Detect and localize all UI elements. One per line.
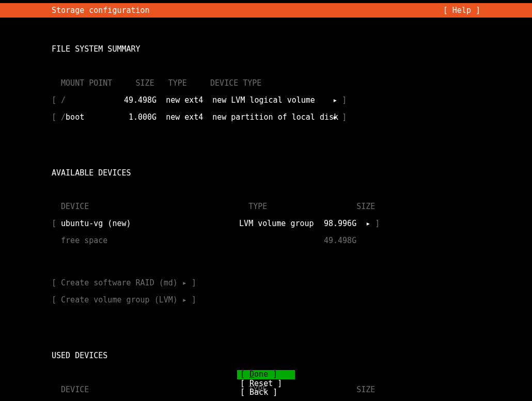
- expand-icon: ▸: [333, 96, 337, 105]
- done-button[interactable]: [ Done ]: [237, 370, 295, 379]
- title-bar: Storage configuration [ Help ]: [0, 3, 532, 18]
- expand-icon: ▸: [333, 113, 337, 122]
- heading-file-system-summary: FILE SYSTEM SUMMARY: [52, 45, 480, 54]
- avail-row-free-space: free space 49.498G: [52, 236, 480, 245]
- fs-header-row: MOUNT POINT SIZE TYPE DEVICE TYPE: [52, 79, 480, 88]
- col-device: DEVICE: [61, 202, 234, 211]
- col-type: TYPE: [248, 202, 315, 211]
- col-size: SIZE: [338, 202, 375, 211]
- col-size: SIZE: [136, 78, 154, 88]
- back-button[interactable]: [ Back ]: [237, 388, 295, 397]
- footer-buttons: [ Done ] [ Reset ] [ Back ]: [0, 370, 532, 397]
- col-mount-point: MOUNT POINT: [61, 78, 112, 88]
- help-button[interactable]: [ Help ]: [443, 6, 528, 15]
- main-content: FILE SYSTEM SUMMARY MOUNT POINT SIZE TYP…: [0, 18, 532, 401]
- expand-icon: ▸: [366, 219, 370, 228]
- page-title: Storage configuration: [4, 6, 150, 15]
- avail-row-ubuntu-vg[interactable]: [ ubuntu-vg (new) LVM volume group 98.99…: [52, 219, 480, 228]
- reset-button[interactable]: [ Reset ]: [237, 379, 295, 388]
- fs-row-root[interactable]: [ /49.498G new ext4 new LVM logical volu…: [52, 96, 480, 105]
- col-type: TYPE: [168, 78, 187, 88]
- create-raid-button[interactable]: [ Create software RAID (md) ▸ ]: [52, 279, 480, 287]
- heading-available-devices: AVAILABLE DEVICES: [52, 169, 480, 178]
- col-device-type: DEVICE TYPE: [210, 78, 261, 88]
- fs-row-boot[interactable]: [ /boot1.000G new ext4 new partition of …: [52, 113, 480, 122]
- avail-header-row: DEVICE TYPE SIZE: [52, 202, 480, 211]
- heading-used-devices: USED DEVICES: [52, 351, 480, 360]
- create-lvm-button[interactable]: [ Create volume group (LVM) ▸ ]: [52, 296, 480, 304]
